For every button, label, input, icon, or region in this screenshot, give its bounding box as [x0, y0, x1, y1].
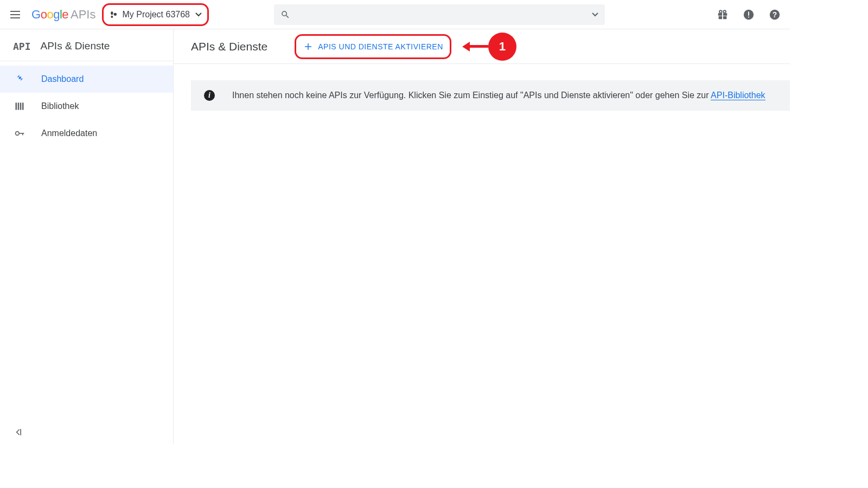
sidebar-item-credentials[interactable]: Anmeldedaten [0, 120, 173, 147]
google-apis-logo[interactable]: Google APIs [31, 8, 95, 22]
svg-rect-5 [723, 16, 726, 19]
svg-rect-10 [748, 16, 749, 17]
sidebar-item-label: Dashboard [41, 74, 84, 84]
search-input[interactable] [295, 10, 592, 19]
api-badge: API [13, 41, 31, 52]
svg-rect-3 [723, 13, 727, 16]
apis-logo-suffix: APIs [71, 8, 95, 22]
svg-rect-15 [20, 102, 22, 110]
api-library-link[interactable]: API-Bibliothek [711, 91, 765, 100]
help-icon[interactable]: ? [768, 8, 781, 21]
header-actions: ? [716, 8, 781, 21]
annotation-callout: 1 [462, 33, 516, 61]
svg-point-0 [111, 16, 113, 18]
sidebar-item-label: Bibliothek [41, 101, 79, 111]
key-icon [13, 127, 26, 140]
svg-rect-13 [16, 102, 17, 110]
sidebar-item-library[interactable]: Bibliothek [0, 93, 173, 120]
project-hex-icon [109, 10, 118, 19]
sidebar-nav: Dashboard Bibliothek Anmeldedaten [0, 61, 173, 147]
info-icon: i [204, 90, 215, 101]
step-badge: 1 [488, 33, 516, 61]
svg-point-6 [719, 10, 722, 13]
svg-rect-4 [719, 16, 722, 19]
activate-apis-button[interactable]: APIS UND DIENSTE AKTIVIEREN [295, 34, 451, 59]
main-content: APIs & Dienste APIS UND DIENSTE AKTIVIER… [174, 29, 790, 444]
sidebar-title: APIs & Dienste [41, 40, 110, 52]
project-name-label: My Project 63768 [122, 10, 190, 20]
svg-point-1 [114, 12, 117, 15]
page-title: APIs & Dienste [191, 40, 267, 53]
google-logo-text: Google [31, 8, 68, 22]
app-header: Google APIs My Project 63768 ? [0, 0, 790, 29]
svg-text:?: ? [773, 10, 777, 18]
gift-icon[interactable] [716, 8, 729, 21]
svg-rect-14 [18, 102, 20, 110]
sidebar-item-dashboard[interactable]: Dashboard [0, 66, 173, 93]
svg-rect-18 [19, 133, 24, 134]
project-selector[interactable]: My Project 63768 [102, 3, 209, 26]
svg-point-17 [16, 132, 20, 136]
alert-icon[interactable] [742, 8, 755, 21]
body-wrap: API APIs & Dienste Dashboard Bibliothek [0, 29, 790, 444]
sidebar: API APIs & Dienste Dashboard Bibliothek [0, 29, 174, 444]
content-header: APIs & Dienste APIS UND DIENSTE AKTIVIER… [174, 29, 790, 64]
svg-point-7 [723, 10, 726, 13]
notice-bar: i Ihnen stehen noch keine APIs zur Verfü… [191, 80, 790, 111]
sidebar-item-label: Anmeldedaten [41, 129, 97, 138]
svg-rect-19 [22, 133, 23, 135]
svg-rect-16 [22, 102, 24, 110]
activate-apis-label: APIS UND DIENSTE AKTIVIEREN [318, 42, 443, 51]
search-bar[interactable] [274, 4, 605, 25]
svg-rect-20 [20, 429, 21, 435]
sidebar-header: API APIs & Dienste [0, 29, 173, 61]
chevron-down-icon[interactable] [592, 12, 598, 17]
search-icon [280, 10, 290, 20]
svg-rect-9 [748, 11, 749, 15]
hamburger-menu-icon[interactable] [9, 8, 22, 21]
plus-icon [303, 41, 314, 52]
library-icon [13, 100, 26, 113]
svg-rect-2 [718, 13, 722, 16]
arrow-icon [462, 42, 470, 52]
sidebar-collapse-icon[interactable] [13, 427, 24, 438]
notice-text: Ihnen stehen noch keine APIs zur Verfügu… [232, 91, 765, 100]
dashboard-icon [13, 73, 26, 86]
chevron-down-icon [195, 12, 202, 17]
